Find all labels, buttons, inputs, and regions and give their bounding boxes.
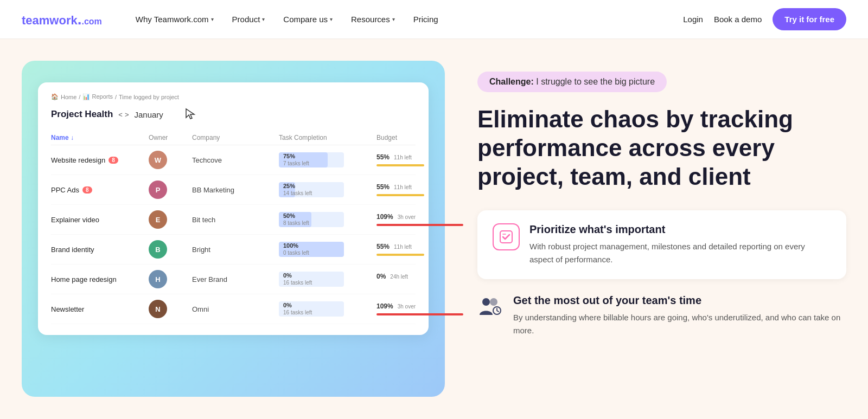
navbar: teamwork..com Why Teamwork.com ▾ Product… bbox=[0, 0, 868, 39]
svg-point-2 bbox=[490, 298, 497, 306]
company-name: Ever Brand bbox=[192, 275, 279, 283]
table-header: Name ↓ Owner Company Task Completion Bud… bbox=[51, 131, 416, 145]
task-completion: 25%14 tasks left bbox=[279, 182, 376, 197]
company-name: Omni bbox=[192, 305, 279, 313]
col-name-header[interactable]: Name ↓ bbox=[51, 134, 149, 141]
col-budget-header: Budget bbox=[376, 134, 463, 141]
feature-1-title: Prioritize what's important bbox=[529, 223, 831, 236]
company-name: Bright bbox=[192, 246, 279, 254]
dashboard-title: Project Health bbox=[51, 109, 113, 120]
right-panel: Challenge: I struggle to see the big pic… bbox=[477, 61, 846, 341]
company-name: Bit tech bbox=[192, 216, 279, 224]
chevron-down-icon: ▾ bbox=[262, 16, 265, 22]
month-nav[interactable]: < > bbox=[118, 111, 129, 119]
challenge-badge: Challenge: I struggle to see the big pic… bbox=[477, 72, 667, 92]
month-label: January bbox=[135, 110, 163, 119]
chevron-down-icon: ▾ bbox=[330, 16, 333, 22]
badge: 8 bbox=[82, 186, 92, 194]
company-name: BB Marketing bbox=[192, 186, 279, 194]
prev-arrow-icon[interactable]: < bbox=[118, 111, 123, 119]
feature-2-title: Get the most out of your team's time bbox=[513, 294, 846, 307]
svg-point-1 bbox=[482, 298, 490, 306]
cursor-icon bbox=[185, 108, 196, 121]
owner-avatar: W bbox=[149, 151, 192, 169]
owner-avatar: P bbox=[149, 181, 192, 199]
owner-avatar: H bbox=[149, 270, 192, 288]
nav-item-compare[interactable]: Compare us ▾ bbox=[276, 10, 340, 28]
task-completion: 50%8 tasks left bbox=[279, 212, 376, 227]
nav-item-resources[interactable]: Resources ▾ bbox=[343, 10, 403, 28]
task-completion: 0%16 tasks left bbox=[279, 272, 376, 287]
table-row: PPC Ads 8 P BB Marketing 25%14 tasks lef… bbox=[51, 175, 416, 205]
budget-cell: 55% 11h left bbox=[376, 153, 463, 166]
nav-item-why[interactable]: Why Teamwork.com ▾ bbox=[128, 10, 221, 28]
dashboard-card: 🏠 Home / 📊 Reports / Time logged by proj… bbox=[38, 82, 429, 335]
book-demo-link[interactable]: Book a demo bbox=[714, 15, 762, 24]
table-row: Newsletter N Omni 0%16 tasks left 109% 3… bbox=[51, 294, 416, 324]
try-free-button[interactable]: Try it for free bbox=[773, 8, 846, 30]
company-name: Techcove bbox=[192, 156, 279, 164]
team-time-icon bbox=[477, 294, 503, 318]
task-completion: 0%16 tasks left bbox=[279, 301, 376, 317]
budget-cell: 109% 3h over bbox=[376, 213, 463, 226]
chevron-down-icon: ▾ bbox=[211, 16, 214, 22]
nav-right: Login Book a demo Try it for free bbox=[683, 8, 846, 30]
nav-item-product[interactable]: Product ▾ bbox=[225, 10, 273, 28]
col-company-header: Company bbox=[192, 134, 279, 141]
project-name: Home page redesign bbox=[51, 275, 149, 283]
nav-links: Why Teamwork.com ▾ Product ▾ Compare us … bbox=[128, 10, 683, 28]
svg-rect-0 bbox=[500, 231, 512, 243]
table-rows: Website redesign 8 W Techcove 75%7 tasks… bbox=[51, 145, 416, 324]
project-name: Brand identity bbox=[51, 246, 149, 254]
breadcrumb: 🏠 Home / 📊 Reports / Time logged by proj… bbox=[51, 93, 416, 100]
table-row: Website redesign 8 W Techcove 75%7 tasks… bbox=[51, 145, 416, 175]
project-name: PPC Ads 8 bbox=[51, 186, 149, 194]
dashboard-panel: 🏠 Home / 📊 Reports / Time logged by proj… bbox=[22, 61, 445, 397]
prioritize-icon bbox=[493, 223, 520, 250]
project-name: Newsletter bbox=[51, 305, 149, 313]
budget-cell: 55% 11h left bbox=[376, 243, 463, 256]
budget-cell: 109% 3h over bbox=[376, 302, 463, 315]
dashboard-header: Project Health < > January bbox=[51, 108, 416, 121]
table-row: Explainer video E Bit tech 50%8 tasks le… bbox=[51, 205, 416, 235]
hero-title: Eliminate chaos by tracking performance … bbox=[477, 105, 846, 191]
task-completion: 100%0 tasks left bbox=[279, 242, 376, 257]
table-row: Home page redesign H Ever Brand 0%16 tas… bbox=[51, 265, 416, 294]
feature-2-desc: By understanding where billable hours ar… bbox=[513, 311, 846, 337]
owner-avatar: N bbox=[149, 300, 192, 318]
budget-cell: 55% 11h left bbox=[376, 183, 463, 196]
col-completion-header: Task Completion bbox=[279, 134, 376, 141]
challenge-text: I struggle to see the big picture bbox=[536, 77, 655, 86]
task-completion: 75%7 tasks left bbox=[279, 152, 376, 167]
nav-item-pricing[interactable]: Pricing bbox=[406, 10, 446, 28]
table-row: Brand identity B Bright 100%0 tasks left… bbox=[51, 235, 416, 265]
next-arrow-icon[interactable]: > bbox=[125, 111, 129, 119]
col-owner-header: Owner bbox=[149, 134, 192, 141]
challenge-label: Challenge: bbox=[489, 77, 534, 86]
owner-avatar: E bbox=[149, 210, 192, 229]
logo[interactable]: teamwork..com bbox=[22, 11, 102, 28]
main-content: 🏠 Home / 📊 Reports / Time logged by proj… bbox=[0, 39, 868, 397]
project-name: Website redesign 8 bbox=[51, 156, 149, 164]
budget-cell: 0% 24h left bbox=[376, 273, 463, 286]
chevron-down-icon: ▾ bbox=[392, 16, 395, 22]
owner-avatar: B bbox=[149, 240, 192, 259]
feature-1-desc: With robust project management, mileston… bbox=[529, 240, 831, 266]
feature-card-1: Prioritize what's important With robust … bbox=[477, 210, 846, 279]
badge: 8 bbox=[108, 157, 118, 164]
feature-card-2: Get the most out of your team's time By … bbox=[477, 290, 846, 341]
project-name: Explainer video bbox=[51, 216, 149, 224]
login-link[interactable]: Login bbox=[683, 15, 703, 24]
home-icon: 🏠 bbox=[51, 93, 59, 100]
